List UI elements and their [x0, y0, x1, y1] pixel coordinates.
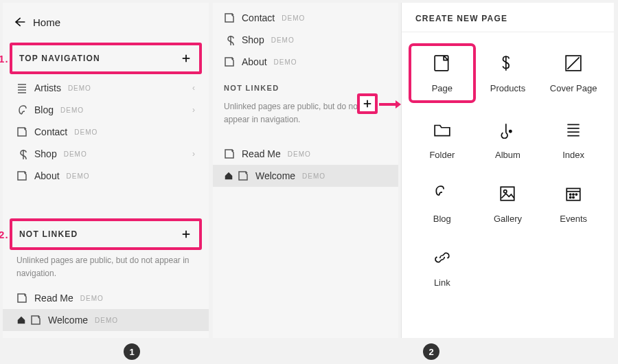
tile-folder[interactable]: Folder [411, 113, 473, 164]
chevron-left-icon: ‹ [192, 83, 195, 93]
page-icon [16, 293, 27, 304]
page-icon [224, 56, 235, 67]
nav-item-label: Read Me [242, 148, 281, 159]
demo-tag: DEMO [80, 295, 104, 302]
nav-item-label: Welcome [255, 170, 295, 181]
nav-item-label: Contact [242, 12, 275, 23]
demo-tag: DEMO [271, 36, 295, 44]
tile-products[interactable]: Products [477, 46, 539, 100]
demo-tag: DEMO [288, 150, 311, 158]
plus-icon [181, 229, 191, 239]
nav-item-label: Read Me [34, 293, 73, 304]
nav-item-blog[interactable]: Blog DEMO› [3, 99, 209, 121]
step-badge-2: 2 [423, 343, 439, 360]
tile-label: Products [490, 83, 525, 93]
nav-item-label: Contact [34, 126, 67, 137]
demo-tag: DEMO [274, 58, 297, 66]
cover-icon [563, 53, 584, 73]
nav-item-label: Blog [34, 104, 54, 115]
add-top-nav-button[interactable] [180, 52, 192, 65]
index-icon [563, 120, 584, 140]
page-icon [224, 148, 235, 159]
tile-label: Cover Page [550, 83, 597, 93]
section-title: TOP NAVIGATION [19, 54, 100, 63]
section-top-navigation: 1. TOP NAVIGATION [10, 43, 202, 74]
arrow-back-icon [12, 15, 26, 29]
panel-mid: Contact DEMOShop DEMOAbout DEMO NOT LINK… [213, 3, 398, 338]
nav-item-about[interactable]: About DEMO [213, 51, 398, 73]
gallery-icon [497, 183, 518, 204]
tile-label: Page [432, 83, 453, 93]
nav-item-label: Welcome [48, 315, 88, 326]
demo-tag: DEMO [68, 84, 91, 92]
nav-item-shop[interactable]: Shop DEMO› [3, 143, 209, 165]
tile-cover-page[interactable]: Cover Page [542, 46, 604, 100]
section-not-linked: 2. NOT LINKED [10, 218, 202, 250]
nav-item-shop[interactable]: Shop DEMO [213, 29, 398, 51]
tile-label: Link [434, 277, 450, 288]
tile-events[interactable]: Events [542, 177, 604, 228]
page-icon [16, 126, 27, 137]
panel-left: Home 1. TOP NAVIGATION Artists DEMO‹Blog… [3, 3, 209, 338]
chevron-right-icon: › [192, 149, 195, 159]
nav-item-label: Artists [34, 82, 61, 93]
callout-2: 2. [0, 229, 9, 240]
tile-index[interactable]: Index [542, 113, 604, 164]
section-title: NOT LINKED [224, 84, 279, 92]
tile-label: Events [560, 214, 587, 224]
demo-tag: DEMO [74, 128, 98, 136]
nav-item-read-me[interactable]: Read Me DEMO [3, 287, 209, 309]
tile-blog[interactable]: Blog [411, 177, 473, 228]
page-icon [30, 315, 41, 326]
tile-label: Album [495, 150, 520, 160]
section-title: NOT LINKED [19, 229, 78, 239]
nav-item-label: Shop [34, 148, 57, 159]
tile-label: Folder [429, 150, 455, 160]
step-badge-1: 1 [124, 343, 140, 360]
dollar-icon [497, 53, 518, 73]
nav-item-contact[interactable]: Contact DEMO [3, 121, 209, 143]
page-icon [432, 53, 453, 73]
dollar-icon [224, 34, 235, 45]
callout-1: 1. [0, 53, 9, 65]
arrow-right-icon [379, 99, 402, 110]
tile-page[interactable]: Page [411, 46, 473, 100]
home-row[interactable]: Home [3, 10, 209, 40]
album-icon [497, 120, 518, 140]
home-icon [224, 171, 233, 181]
add-not-linked-button[interactable] [357, 93, 378, 114]
add-not-linked-button[interactable] [180, 228, 192, 240]
chevron-right-icon: › [192, 105, 195, 115]
blog-icon [432, 183, 453, 204]
page-icon [224, 12, 235, 23]
nav-item-read-me[interactable]: Read Me DEMO [213, 143, 398, 165]
tile-label: Index [562, 150, 584, 160]
panel-create-new-page: CREATE NEW PAGE PageProductsCover PageFo… [401, 3, 614, 338]
nav-item-about[interactable]: About DEMO [3, 165, 209, 187]
demo-tag: DEMO [67, 172, 90, 180]
plus-icon [181, 54, 191, 63]
add-not-linked-highlight [357, 93, 378, 114]
page-icon [238, 170, 249, 181]
demo-tag: DEMO [64, 150, 87, 158]
nav-item-contact[interactable]: Contact DEMO [213, 7, 398, 29]
tile-link[interactable]: Link [411, 240, 473, 292]
home-label: Home [33, 16, 60, 28]
link-icon [432, 247, 453, 268]
demo-tag: DEMO [302, 172, 325, 180]
tile-label: Blog [433, 214, 451, 224]
tile-gallery[interactable]: Gallery [477, 177, 539, 228]
demo-tag: DEMO [60, 106, 84, 114]
nav-item-artists[interactable]: Artists DEMO‹ [3, 77, 209, 99]
tile-album[interactable]: Album [477, 113, 539, 164]
nav-item-welcome[interactable]: Welcome DEMO [213, 165, 398, 187]
plus-icon [363, 99, 372, 109]
folder-icon [432, 120, 453, 140]
dollar-icon [16, 148, 27, 159]
blog-icon [16, 104, 27, 115]
demo-tag: DEMO [282, 14, 305, 22]
page-icon [16, 170, 27, 181]
nav-item-welcome[interactable]: Welcome DEMO [3, 309, 209, 331]
nav-item-label: Shop [242, 34, 264, 45]
home-icon [16, 315, 26, 325]
